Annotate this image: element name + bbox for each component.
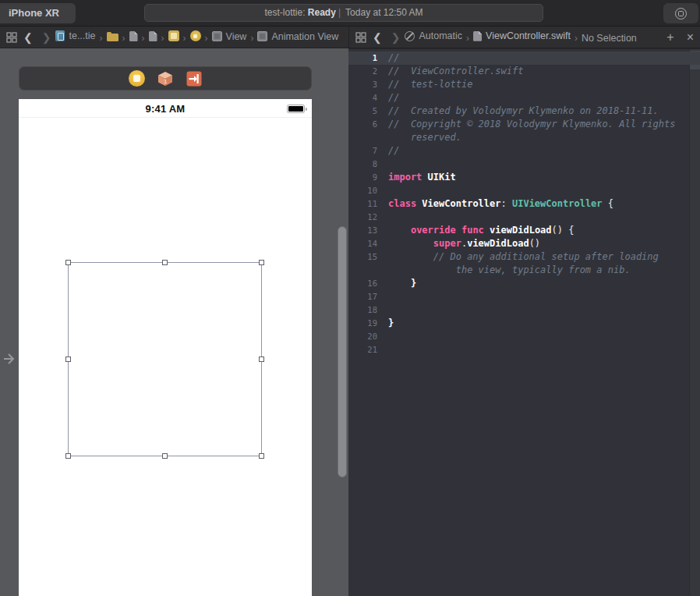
breadcrumb-separator: › <box>118 33 129 44</box>
forward-chevron-icon[interactable]: ❯ <box>387 27 405 48</box>
code-line: 16 } <box>348 277 689 290</box>
code-line: 8 <box>348 158 689 171</box>
resize-handle[interactable] <box>65 260 71 265</box>
forward-chevron-icon[interactable]: ❯ <box>37 27 56 48</box>
line-number: 16 <box>348 277 377 290</box>
code-line: 1// <box>348 51 700 65</box>
run-destination-chip[interactable]: iPhone XR <box>0 3 76 23</box>
animation-view-selected[interactable] <box>68 262 262 456</box>
counterparts-icon <box>405 31 415 41</box>
line-number: 4 <box>348 91 377 105</box>
code-lines: 1//2// ViewController.swift3// test-lott… <box>348 51 689 357</box>
close-editor-button[interactable]: × <box>681 27 700 48</box>
resize-handle[interactable] <box>259 357 264 362</box>
document-outline-toggle-arrow-icon[interactable] <box>2 351 17 367</box>
code-text: } <box>377 317 394 330</box>
related-items-icon[interactable] <box>355 32 366 43</box>
code-jumpbar: ❮ ❯ Automatic›ViewController.swift›No Se… <box>348 27 700 48</box>
source-editor[interactable]: 1//2// ViewController.swift3// test-lott… <box>348 48 700 596</box>
breadcrumb-label: ViewController.swift <box>486 30 571 41</box>
breadcrumb-item[interactable]: No Selection <box>582 33 637 44</box>
breadcrumb-item[interactable] <box>107 32 118 41</box>
breadcrumb-label: Animation View <box>271 31 338 42</box>
breadcrumb-label: View <box>226 31 247 42</box>
xcode-window: iPhone XR test-lottie: Ready| Today at 1… <box>0 0 700 596</box>
back-chevron-icon[interactable]: ❮ <box>19 27 37 48</box>
view-controller-icon[interactable] <box>129 70 145 87</box>
breadcrumb-item[interactable]: View <box>212 31 247 42</box>
breadcrumb-item[interactable] <box>129 31 138 41</box>
breadcrumb: te...tie››››››View›Animation View <box>55 30 338 44</box>
exit-segue-icon[interactable] <box>186 70 203 87</box>
code-line: 14 super.viewDidLoad() <box>348 237 689 250</box>
line-number: 18 <box>348 303 377 317</box>
activity-viewer: test-lottie: Ready| Today at 12:50 AM <box>144 4 543 22</box>
add-editor-button[interactable]: + <box>660 27 680 48</box>
editor-scroll-gutter[interactable] <box>689 49 700 596</box>
circle-square-icon <box>675 8 687 20</box>
svg-text:1: 1 <box>164 79 167 84</box>
breadcrumb-label: No Selection <box>582 33 637 44</box>
sbblue-icon <box>55 30 65 41</box>
viewsq-icon <box>212 31 222 41</box>
breadcrumb-item[interactable] <box>168 30 179 41</box>
breadcrumb-separator: › <box>179 33 190 44</box>
code-text: // Copyright © 2018 Volodymyr Klymenko. … <box>377 118 675 131</box>
canvas-scrollbar[interactable] <box>338 226 347 477</box>
scene-dock: 1 <box>19 66 312 90</box>
code-text <box>377 343 388 357</box>
code-text: // Created by Volodymyr Klymenko on 2018… <box>377 105 659 118</box>
line-number: 2 <box>348 65 377 78</box>
line-number: 13 <box>348 224 377 237</box>
code-line: 21 <box>348 343 689 357</box>
interface-builder-canvas[interactable]: 1 9:41 AM <box>0 48 348 596</box>
storyboard-icon <box>168 30 179 41</box>
line-number: 17 <box>348 290 377 303</box>
related-items-icon[interactable] <box>6 32 17 43</box>
line-number: 14 <box>348 237 377 250</box>
device-canvas[interactable]: 9:41 AM <box>19 99 312 596</box>
code-line: the view, typically from a nib. <box>348 264 689 277</box>
file-icon <box>473 31 482 41</box>
code-text: // test-lottie <box>377 78 472 91</box>
breadcrumb-item[interactable]: te...tie <box>55 30 95 41</box>
resize-handle[interactable] <box>162 260 168 265</box>
code-text: } <box>377 277 416 290</box>
code-text: // Do any additional setup after loading <box>377 250 659 264</box>
code-text <box>377 184 388 197</box>
resize-handle[interactable] <box>65 453 71 459</box>
code-text <box>377 303 388 317</box>
toolbar-editor-button[interactable] <box>663 3 698 23</box>
line-number: 19 <box>348 317 377 330</box>
line-number: 10 <box>348 184 377 197</box>
breadcrumb-separator: › <box>138 33 149 44</box>
ib-jumpbar: ❮ ❯ te...tie››››››View›Animation View <box>0 27 348 48</box>
code-text <box>377 211 388 224</box>
code-text: // ViewController.swift <box>377 65 523 78</box>
first-responder-cube-icon[interactable]: 1 <box>157 70 174 87</box>
breadcrumb-item[interactable]: Animation View <box>257 31 338 42</box>
battery-icon <box>287 105 305 113</box>
breadcrumb-item[interactable]: ViewController.swift <box>473 30 571 41</box>
resize-handle[interactable] <box>259 453 264 459</box>
breadcrumb-item[interactable]: Automatic <box>405 30 462 41</box>
status-separator: | <box>336 7 343 18</box>
resize-handle[interactable] <box>162 453 168 459</box>
code-line: 3// test-lottie <box>348 78 689 91</box>
line-number: 1 <box>348 51 377 65</box>
breadcrumb-item[interactable] <box>149 31 157 41</box>
vccircle-icon <box>190 30 201 41</box>
resize-handle[interactable] <box>259 260 264 265</box>
line-number: 5 <box>348 105 377 118</box>
code-text: import UIKit <box>377 171 456 184</box>
code-text: // <box>377 91 399 105</box>
toolbar: iPhone XR test-lottie: Ready| Today at 1… <box>0 0 700 27</box>
breadcrumb-item[interactable] <box>190 30 201 41</box>
file-icon <box>129 31 138 41</box>
viewsq-icon <box>257 31 267 41</box>
line-number: 3 <box>348 78 377 91</box>
file-icon <box>149 31 157 41</box>
back-chevron-icon[interactable]: ❮ <box>368 27 387 48</box>
resize-handle[interactable] <box>65 357 71 362</box>
code-line: 17 <box>348 290 689 303</box>
